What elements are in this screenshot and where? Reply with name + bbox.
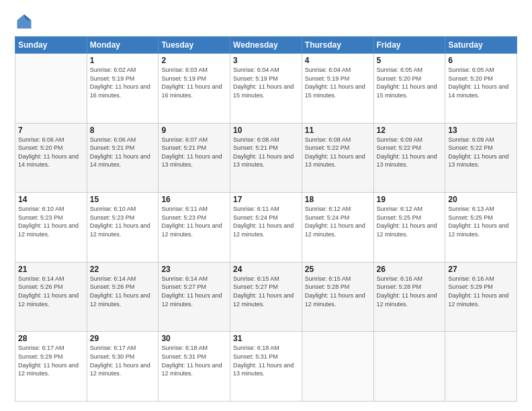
day-number: 9 xyxy=(161,126,227,135)
day-number: 8 xyxy=(90,126,156,135)
calendar-table: SundayMondayTuesdayWednesdayThursdayFrid… xyxy=(15,36,517,402)
day-number: 28 xyxy=(18,334,84,343)
calendar-cell: 2Sunrise: 6:03 AM Sunset: 5:19 PM Daylig… xyxy=(159,54,230,124)
day-number: 21 xyxy=(18,265,84,274)
day-info: Sunrise: 6:13 AM Sunset: 5:25 PM Dayligh… xyxy=(448,205,514,238)
day-number: 19 xyxy=(377,195,443,204)
calendar-cell: 26Sunrise: 6:16 AM Sunset: 5:28 PM Dayli… xyxy=(373,262,445,332)
day-number: 16 xyxy=(161,195,227,204)
day-header-thursday: Thursday xyxy=(302,37,373,54)
day-number: 25 xyxy=(305,265,371,274)
calendar-cell: 3Sunrise: 6:04 AM Sunset: 5:19 PM Daylig… xyxy=(230,54,302,124)
day-number: 15 xyxy=(90,195,156,204)
calendar-cell: 30Sunrise: 6:18 AM Sunset: 5:31 PM Dayli… xyxy=(159,332,230,402)
day-header-friday: Friday xyxy=(373,37,445,54)
day-info: Sunrise: 6:05 AM Sunset: 5:20 PM Dayligh… xyxy=(377,66,443,99)
day-number: 17 xyxy=(233,195,299,204)
calendar-cell: 12Sunrise: 6:09 AM Sunset: 5:22 PM Dayli… xyxy=(373,123,445,193)
calendar-cell xyxy=(15,54,87,124)
calendar-cell: 1Sunrise: 6:02 AM Sunset: 5:19 PM Daylig… xyxy=(87,54,159,124)
day-number: 2 xyxy=(161,56,227,65)
header xyxy=(15,12,517,31)
day-number: 3 xyxy=(233,56,299,65)
calendar-cell: 18Sunrise: 6:12 AM Sunset: 5:24 PM Dayli… xyxy=(302,193,373,263)
day-info: Sunrise: 6:06 AM Sunset: 5:20 PM Dayligh… xyxy=(18,136,84,169)
calendar-cell: 5Sunrise: 6:05 AM Sunset: 5:20 PM Daylig… xyxy=(373,54,445,124)
day-number: 20 xyxy=(448,195,514,204)
day-number: 4 xyxy=(305,56,371,65)
calendar-cell: 24Sunrise: 6:15 AM Sunset: 5:27 PM Dayli… xyxy=(230,262,302,332)
day-number: 13 xyxy=(448,126,514,135)
calendar-cell: 11Sunrise: 6:08 AM Sunset: 5:22 PM Dayli… xyxy=(302,123,373,193)
day-number: 18 xyxy=(305,195,371,204)
day-info: Sunrise: 6:07 AM Sunset: 5:21 PM Dayligh… xyxy=(161,136,227,169)
calendar-cell xyxy=(445,332,517,402)
day-info: Sunrise: 6:18 AM Sunset: 5:31 PM Dayligh… xyxy=(233,344,299,377)
week-row-4: 21Sunrise: 6:14 AM Sunset: 5:26 PM Dayli… xyxy=(15,262,517,332)
day-info: Sunrise: 6:16 AM Sunset: 5:28 PM Dayligh… xyxy=(377,275,443,308)
day-number: 29 xyxy=(90,334,156,343)
calendar-cell: 19Sunrise: 6:12 AM Sunset: 5:25 PM Dayli… xyxy=(373,193,445,263)
day-info: Sunrise: 6:09 AM Sunset: 5:22 PM Dayligh… xyxy=(448,136,514,169)
day-info: Sunrise: 6:17 AM Sunset: 5:30 PM Dayligh… xyxy=(90,344,156,377)
page: SundayMondayTuesdayWednesdayThursdayFrid… xyxy=(0,0,532,411)
day-header-saturday: Saturday xyxy=(445,37,517,54)
day-number: 10 xyxy=(233,126,299,135)
day-number: 27 xyxy=(448,265,514,274)
week-row-1: 1Sunrise: 6:02 AM Sunset: 5:19 PM Daylig… xyxy=(15,54,517,124)
day-number: 7 xyxy=(18,126,84,135)
day-info: Sunrise: 6:14 AM Sunset: 5:26 PM Dayligh… xyxy=(18,275,84,308)
calendar-cell: 17Sunrise: 6:11 AM Sunset: 5:24 PM Dayli… xyxy=(230,193,302,263)
day-number: 1 xyxy=(90,56,156,65)
calendar-cell: 16Sunrise: 6:11 AM Sunset: 5:23 PM Dayli… xyxy=(159,193,230,263)
calendar-cell: 29Sunrise: 6:17 AM Sunset: 5:30 PM Dayli… xyxy=(87,332,159,402)
calendar-cell: 8Sunrise: 6:06 AM Sunset: 5:21 PM Daylig… xyxy=(87,123,159,193)
calendar-cell: 7Sunrise: 6:06 AM Sunset: 5:20 PM Daylig… xyxy=(15,123,87,193)
calendar-cell: 9Sunrise: 6:07 AM Sunset: 5:21 PM Daylig… xyxy=(159,123,230,193)
day-info: Sunrise: 6:14 AM Sunset: 5:27 PM Dayligh… xyxy=(161,275,227,308)
day-info: Sunrise: 6:10 AM Sunset: 5:23 PM Dayligh… xyxy=(18,205,84,238)
logo xyxy=(15,12,36,31)
calendar-cell: 14Sunrise: 6:10 AM Sunset: 5:23 PM Dayli… xyxy=(15,193,87,263)
day-header-monday: Monday xyxy=(87,37,159,54)
day-info: Sunrise: 6:06 AM Sunset: 5:21 PM Dayligh… xyxy=(90,136,156,169)
day-info: Sunrise: 6:18 AM Sunset: 5:31 PM Dayligh… xyxy=(161,344,227,377)
day-number: 14 xyxy=(18,195,84,204)
day-number: 6 xyxy=(448,56,514,65)
day-number: 26 xyxy=(377,265,443,274)
day-header-tuesday: Tuesday xyxy=(159,37,230,54)
day-info: Sunrise: 6:04 AM Sunset: 5:19 PM Dayligh… xyxy=(233,66,299,99)
day-info: Sunrise: 6:14 AM Sunset: 5:26 PM Dayligh… xyxy=(90,275,156,308)
day-info: Sunrise: 6:05 AM Sunset: 5:20 PM Dayligh… xyxy=(448,66,514,99)
day-info: Sunrise: 6:03 AM Sunset: 5:19 PM Dayligh… xyxy=(161,66,227,99)
day-info: Sunrise: 6:11 AM Sunset: 5:24 PM Dayligh… xyxy=(233,205,299,238)
calendar-cell: 27Sunrise: 6:16 AM Sunset: 5:29 PM Dayli… xyxy=(445,262,517,332)
calendar-cell: 10Sunrise: 6:08 AM Sunset: 5:21 PM Dayli… xyxy=(230,123,302,193)
day-info: Sunrise: 6:10 AM Sunset: 5:23 PM Dayligh… xyxy=(90,205,156,238)
logo-icon xyxy=(15,12,34,31)
calendar-cell: 28Sunrise: 6:17 AM Sunset: 5:29 PM Dayli… xyxy=(15,332,87,402)
day-info: Sunrise: 6:16 AM Sunset: 5:29 PM Dayligh… xyxy=(448,275,514,308)
day-info: Sunrise: 6:08 AM Sunset: 5:21 PM Dayligh… xyxy=(233,136,299,169)
day-info: Sunrise: 6:08 AM Sunset: 5:22 PM Dayligh… xyxy=(305,136,371,169)
day-info: Sunrise: 6:09 AM Sunset: 5:22 PM Dayligh… xyxy=(377,136,443,169)
week-row-2: 7Sunrise: 6:06 AM Sunset: 5:20 PM Daylig… xyxy=(15,123,517,193)
calendar-cell: 4Sunrise: 6:04 AM Sunset: 5:19 PM Daylig… xyxy=(302,54,373,124)
day-header-sunday: Sunday xyxy=(15,37,87,54)
calendar-cell: 31Sunrise: 6:18 AM Sunset: 5:31 PM Dayli… xyxy=(230,332,302,402)
day-number: 22 xyxy=(90,265,156,274)
day-info: Sunrise: 6:12 AM Sunset: 5:25 PM Dayligh… xyxy=(377,205,443,238)
day-number: 23 xyxy=(161,265,227,274)
day-info: Sunrise: 6:15 AM Sunset: 5:28 PM Dayligh… xyxy=(305,275,371,308)
calendar-cell: 20Sunrise: 6:13 AM Sunset: 5:25 PM Dayli… xyxy=(445,193,517,263)
day-info: Sunrise: 6:11 AM Sunset: 5:23 PM Dayligh… xyxy=(161,205,227,238)
week-row-5: 28Sunrise: 6:17 AM Sunset: 5:29 PM Dayli… xyxy=(15,332,517,402)
day-number: 31 xyxy=(233,334,299,343)
day-number: 12 xyxy=(377,126,443,135)
calendar-cell: 23Sunrise: 6:14 AM Sunset: 5:27 PM Dayli… xyxy=(159,262,230,332)
calendar-cell: 6Sunrise: 6:05 AM Sunset: 5:20 PM Daylig… xyxy=(445,54,517,124)
day-number: 24 xyxy=(233,265,299,274)
day-header-wednesday: Wednesday xyxy=(230,37,302,54)
calendar-cell: 15Sunrise: 6:10 AM Sunset: 5:23 PM Dayli… xyxy=(87,193,159,263)
calendar-cell: 13Sunrise: 6:09 AM Sunset: 5:22 PM Dayli… xyxy=(445,123,517,193)
